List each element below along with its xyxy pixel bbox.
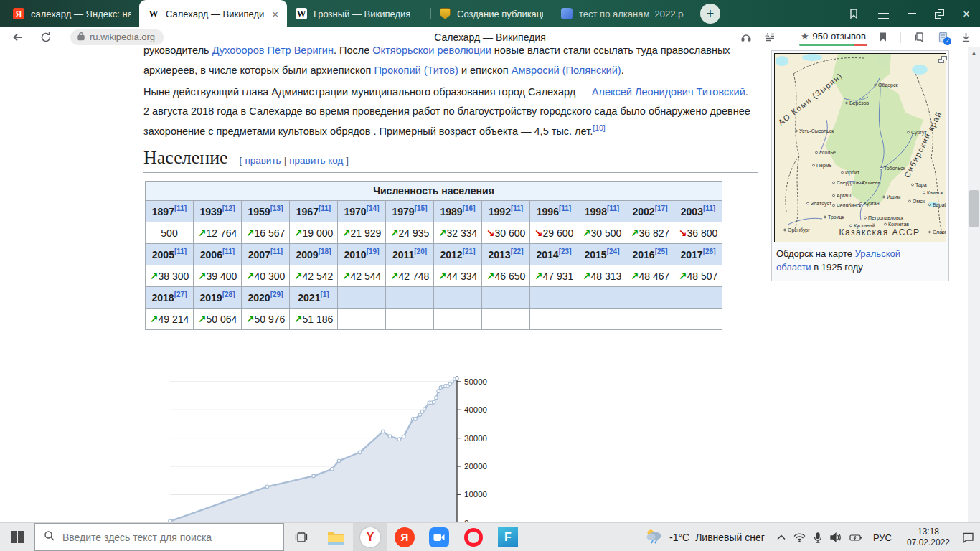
year-header-cell [434,287,482,309]
tab-salekhard-wikipedia[interactable]: W Салехард — Википедия × [139,0,287,27]
article-link[interactable]: Прокопий (Титов) [374,65,458,76]
minimize-icon[interactable] [908,13,916,14]
trend-up-icon: ↗ [294,270,303,282]
population-value-cell [434,309,482,330]
page-scrollbar[interactable]: ▲ [968,47,980,522]
reference-link[interactable]: [23] [559,248,572,255]
bookmark-icon[interactable] [878,32,888,42]
tab-panel-icon[interactable] [848,8,859,19]
battery-icon[interactable] [849,534,862,542]
yandex-browser-button[interactable]: Y [353,523,387,551]
reference-link[interactable]: [11] [703,204,715,212]
edit-link[interactable]: править [245,155,281,166]
scroll-up-arrow[interactable]: ▲ [968,47,980,59]
tab-pdf[interactable]: тест по алканам_2022.pdf [552,0,693,27]
population-value-cell: ↗21 929 [338,222,386,244]
rating-bar [799,44,867,46]
map-city-label: Курган [864,201,880,207]
article-link[interactable]: Алексей Леонидович Титовский [592,86,745,98]
download-icon[interactable] [961,32,971,43]
hidden-icons-chevron[interactable] [777,534,786,540]
reference-link[interactable]: [26] [703,248,716,255]
action-center-icon[interactable] [962,532,974,543]
read-aloud-icon[interactable] [740,32,752,43]
menu-icon[interactable] [878,6,889,20]
reference-link[interactable]: [11] [174,204,187,212]
reference-link[interactable]: [11] [319,204,331,212]
reference-link[interactable]: [22] [511,248,524,255]
enlarge-icon[interactable] [938,56,947,63]
trend-up-icon: ↗ [246,227,255,239]
reference-link[interactable]: [19] [367,248,380,255]
reference-link[interactable]: [12] [222,204,235,212]
language-indicator[interactable]: РУС [870,532,895,543]
tab-publication[interactable]: Создание публикации [431,0,552,27]
reference-link[interactable]: [21] [463,248,476,255]
reference-link[interactable]: [25] [655,248,668,255]
reference-link[interactable]: [11] [270,248,283,255]
population-value-cell: ↗48 313 [578,265,626,287]
reference-link[interactable]: [13] [270,204,283,212]
back-icon[interactable] [11,32,24,43]
reference-link[interactable]: [14] [367,204,380,212]
reference-link[interactable]: [11] [174,248,187,255]
reference-link[interactable]: [10] [593,123,606,132]
population-value-cell: ↗51 186 [290,309,338,330]
article-link[interactable]: Амвросий (Полянский) [512,65,621,76]
reviews-widget[interactable]: ★ 950 отзывов [801,31,866,43]
task-view-button[interactable] [284,523,319,551]
weather-widget[interactable]: -1°C Ливневый снег [645,528,765,547]
tab-grozny-wikipedia[interactable]: W Грозный — Википедия [287,0,430,27]
trend-down-icon: ↘ [486,227,495,239]
address-bar[interactable]: ru.wikipedia.org [70,29,164,45]
clock[interactable]: 13:18 07.02.2022 [903,527,954,548]
file-explorer-button[interactable] [319,523,353,551]
protect-sync-icon[interactable]: ✓ [938,32,948,43]
new-tab-button[interactable]: + [700,4,720,24]
refresh-icon[interactable] [40,32,52,43]
reference-link[interactable]: [20] [414,248,427,255]
section-title: Население [143,147,228,169]
reference-link[interactable]: [27] [174,291,187,298]
search-input[interactable] [62,532,263,543]
url-text[interactable]: ru.wikipedia.org [90,32,155,42]
reference-link[interactable]: [11] [511,204,523,212]
microphone-icon[interactable] [814,532,822,543]
collections-icon[interactable] [913,32,925,43]
tab-close-icon[interactable]: × [272,8,278,20]
reference-link[interactable]: [11] [222,248,235,255]
population-value-cell: ↗42 542 [290,265,338,287]
taskbar-search[interactable] [34,523,284,551]
reference-link[interactable]: [15] [415,204,428,212]
speaker-icon[interactable] [830,532,842,542]
reader-mode-icon[interactable] [764,32,776,43]
map-city-dot [833,182,835,184]
restore-icon[interactable] [935,9,944,19]
scrollbar-thumb[interactable] [969,190,979,227]
reference-link[interactable]: [16] [463,204,476,212]
historical-map-image[interactable]: ОбдорскБерёзовУсть-СысольскСургутУсольеП… [774,53,946,242]
reference-link[interactable]: [24] [607,248,620,255]
start-button[interactable] [0,523,34,551]
reference-link[interactable]: [29] [270,291,283,298]
trend-up-icon: ↗ [342,227,351,239]
reference-link[interactable]: [17] [655,204,668,212]
population-value-cell [530,309,578,330]
yandex-favicon: Я [13,8,24,19]
population-value-cell: ↗30 500 [578,222,626,244]
reference-link[interactable]: [18] [319,248,331,255]
reference-link[interactable]: [28] [222,291,235,298]
trend-up-icon: ↗ [150,270,159,282]
close-window-icon[interactable]: × [963,8,970,20]
zoom-app-button[interactable] [422,523,456,551]
reference-link[interactable]: [11] [559,204,571,212]
opera-button[interactable] [456,523,491,551]
yandex-app-button[interactable]: Я [387,523,422,551]
reference-link[interactable]: [11] [607,204,619,212]
tab-yandex-search[interactable]: Я салехард — Яндекс: нашл [4,0,139,27]
f-app-button[interactable]: F [491,523,525,551]
wifi-icon[interactable] [793,533,806,542]
reference-link[interactable]: [1] [320,291,329,298]
edit-code-link[interactable]: править код [289,155,343,166]
system-tray: -1°C Ливневый снег [645,523,980,551]
